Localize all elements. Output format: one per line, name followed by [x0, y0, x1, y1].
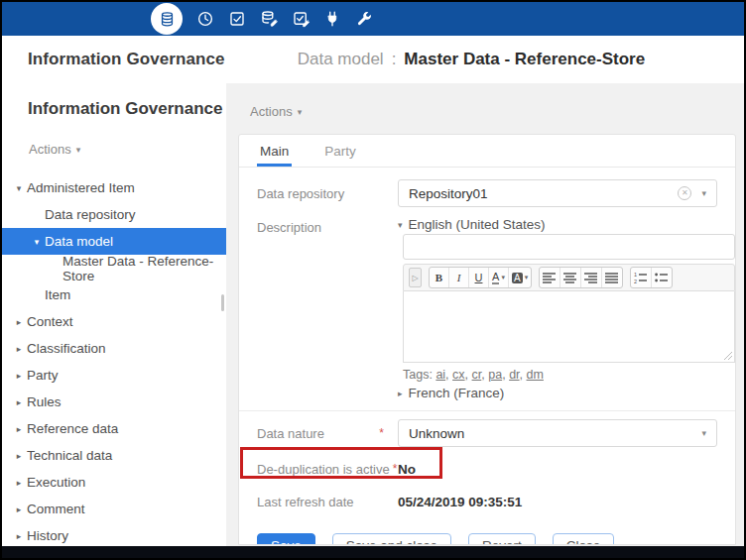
align-left-icon[interactable] [540, 268, 560, 287]
app-window: Information Governance Data model : Mast… [0, 0, 746, 560]
sidebar-item-classification[interactable]: ▸Classification [2, 335, 226, 362]
data-nature-row: Data nature * Unknown ▾ [257, 419, 717, 447]
last-refresh-row: Last refresh date 05/24/2019 09:35:51 [257, 495, 717, 509]
form: Data repository Repository01 ✕ ▾ Descrip… [239, 168, 735, 545]
underline-icon[interactable]: U [469, 268, 489, 287]
save-and-close-button[interactable]: Save and close [332, 533, 451, 545]
sidebar-item-comment[interactable]: ▸Comment [2, 496, 226, 522]
ordered-list-icon[interactable]: 12 [631, 268, 652, 287]
chevron-right-icon[interactable]: ▸ [11, 317, 27, 327]
plug-icon[interactable] [323, 10, 341, 28]
chevron-right-icon[interactable]: ▸ [11, 504, 27, 514]
sidebar-item-context[interactable]: ▸Context [2, 308, 226, 335]
tag-link-pa[interactable]: pa [488, 368, 502, 382]
description-body-textarea[interactable] [403, 291, 735, 363]
chevron-down-icon[interactable]: ▾ [701, 188, 706, 198]
chevron-down-icon[interactable]: ▾ [11, 183, 27, 193]
breadcrumb-separator: : [392, 50, 397, 69]
sidebar-item-party[interactable]: ▸Party [2, 362, 226, 389]
task-edit-icon[interactable] [292, 10, 310, 28]
chevron-right-icon[interactable]: ▸ [11, 424, 27, 434]
sidebar-item-master-data-reference-store[interactable]: Master Data - Reference-Store [2, 255, 226, 281]
chevron-down-icon[interactable]: ▾ [701, 428, 706, 438]
database-icon[interactable] [151, 3, 183, 35]
align-right-icon[interactable] [581, 268, 602, 287]
wrench-icon[interactable] [355, 10, 373, 28]
sidebar-item-item[interactable]: Item [2, 281, 226, 308]
dedup-row: De-duplication is active * No [257, 455, 717, 483]
clock-icon[interactable] [196, 10, 214, 28]
sidebar-item-reference-data[interactable]: ▸Reference data [2, 415, 226, 442]
sidebar-item-label: Reference data [27, 421, 118, 436]
sidebar-item-data-repository[interactable]: Data repository [2, 201, 226, 228]
app-title: Information Governance [28, 50, 225, 69]
sidebar-item-label: History [27, 528, 68, 543]
sidebar-item-data-model[interactable]: ▾Data model [2, 228, 226, 255]
chevron-right-icon[interactable]: ▸ [11, 344, 27, 354]
sidebar-actions-label: Actions [29, 142, 71, 157]
italic-icon[interactable]: I [449, 268, 469, 287]
sidebar-item-execution[interactable]: ▸Execution [2, 469, 226, 496]
chevron-right-icon[interactable]: ▸ [11, 371, 27, 381]
sidebar-item-label: Comment [27, 502, 85, 516]
chevron-down-icon[interactable]: ▾ [29, 237, 45, 247]
data-nature-select[interactable]: Unknown ▾ [398, 419, 717, 447]
chevron-down-icon: ▾ [76, 145, 81, 155]
close-button[interactable]: Close [553, 533, 615, 545]
align-center-icon[interactable] [560, 268, 581, 287]
revert-button[interactable]: Revert [468, 533, 536, 545]
svg-text:2: 2 [634, 279, 637, 284]
tab-party[interactable]: Party [321, 135, 359, 167]
main-actions-dropdown[interactable]: Actions ▾ [250, 104, 302, 119]
chevron-down-icon: ▾ [398, 220, 403, 230]
tags-label: Tags: [403, 368, 433, 382]
task-check-icon[interactable] [228, 10, 246, 28]
highlight-color-icon[interactable]: A▾ [509, 268, 531, 287]
section-divider [239, 410, 735, 411]
chevron-right-icon[interactable]: ▸ [11, 451, 27, 461]
data-repository-row: Data repository Repository01 ✕ ▾ [257, 179, 717, 207]
sidebar-scrollbar-thumb[interactable] [221, 294, 224, 311]
bold-icon[interactable]: B [430, 268, 449, 287]
locale-english-toggle[interactable]: ▾ English (United States) [398, 217, 735, 232]
align-justify-icon[interactable] [602, 268, 622, 287]
chevron-down-icon: ▾ [298, 107, 303, 117]
sidebar-item-administered-item[interactable]: ▾Administered Item [2, 174, 226, 201]
chevron-right-icon: ▸ [398, 389, 403, 398]
chevron-right-icon[interactable]: ▸ [11, 397, 27, 407]
sidebar-actions-dropdown[interactable]: Actions ▾ [29, 142, 80, 157]
unordered-list-icon[interactable] [652, 268, 672, 287]
description-title-input[interactable] [403, 234, 735, 260]
chevron-right-icon[interactable]: ▸ [11, 531, 27, 541]
sidebar-item-label: Data repository [45, 207, 136, 222]
locale-french-toggle[interactable]: ▸ French (France) [398, 386, 735, 400]
sidebar-item-technical-data[interactable]: ▸Technical data [2, 442, 226, 469]
data-repository-input[interactable]: Repository01 ✕ ▾ [398, 179, 717, 207]
tag-link-dr[interactable]: dr [509, 368, 519, 382]
rte-button-group: BIUA▾A▾ [429, 267, 532, 288]
tag-link-dm[interactable]: dm [527, 368, 544, 382]
chevron-right-icon[interactable]: ▸ [11, 478, 27, 488]
database-edit-icon[interactable] [260, 10, 278, 28]
sidebar-item-history[interactable]: ▸History [2, 522, 226, 549]
tag-link-cr[interactable]: cr [472, 368, 482, 382]
tag-link-cx[interactable]: cx [452, 368, 465, 382]
clear-icon[interactable]: ✕ [678, 186, 691, 200]
locale-english-label: English (United States) [409, 217, 546, 232]
toolbar-collapse-icon[interactable]: ▷ [409, 268, 422, 287]
tag-link-ai[interactable]: ai [435, 368, 445, 382]
text-color-icon[interactable]: A▾ [489, 268, 509, 287]
resize-handle-icon[interactable] [723, 351, 733, 361]
form-card: MainParty Data repository Repository01 ✕… [238, 134, 736, 545]
sidebar-item-label: Technical data [27, 448, 112, 463]
tab-bar: MainParty [239, 135, 735, 168]
sidebar-item-rules[interactable]: ▸Rules [2, 389, 226, 415]
tab-main[interactable]: Main [257, 135, 292, 167]
rte-button-group: 12 [630, 267, 673, 288]
dedup-value: No [398, 462, 416, 477]
sidebar-item-label: Classification [27, 341, 106, 356]
save-button[interactable]: Save [257, 533, 315, 545]
navigation-tree: ▾Administered ItemData repository▾Data m… [2, 174, 226, 549]
sidebar-item-label: Execution [27, 475, 85, 490]
sidebar-item-label: Rules [27, 394, 62, 409]
